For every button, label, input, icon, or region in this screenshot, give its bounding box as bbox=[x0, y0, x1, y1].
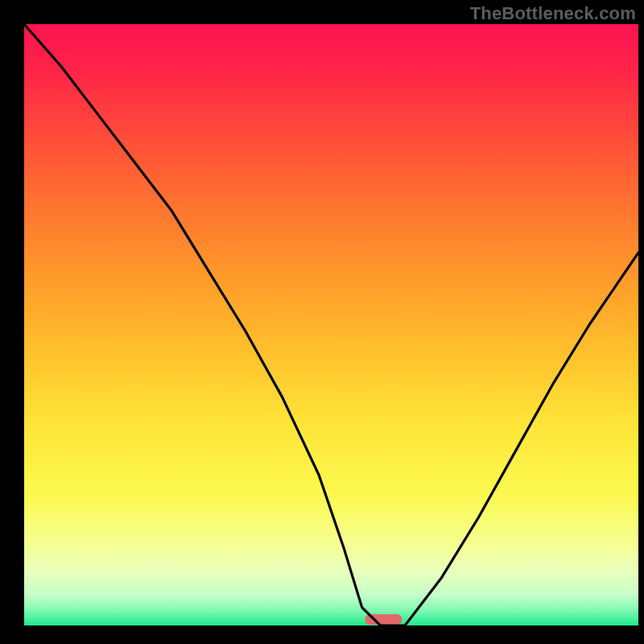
plot-background bbox=[24, 24, 638, 625]
bottleneck-chart bbox=[0, 0, 644, 644]
chart-container: TheBottleneck.com bbox=[0, 0, 644, 644]
watermark-text: TheBottleneck.com bbox=[470, 3, 636, 24]
